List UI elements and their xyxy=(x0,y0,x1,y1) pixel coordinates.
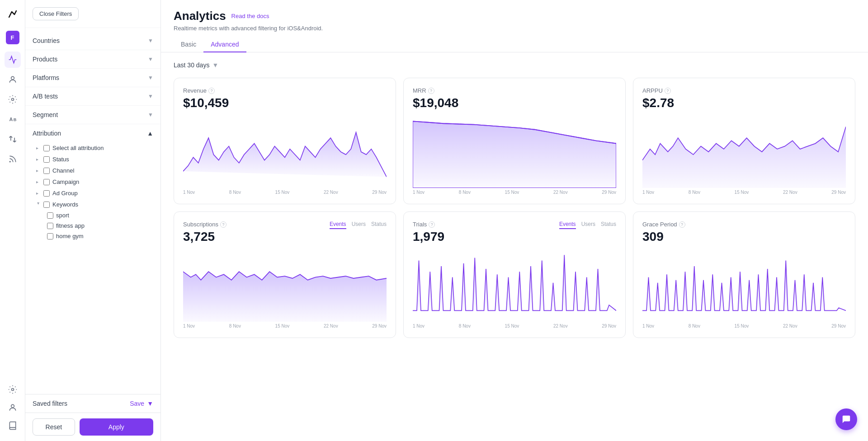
metric-label-grace-period: Grace Period ? xyxy=(642,221,846,228)
attr-label-channel: Channel xyxy=(52,167,74,174)
select-all-label: Select all attribution xyxy=(52,145,104,151)
nav-profile[interactable] xyxy=(5,399,21,416)
keyword-fitness-app[interactable]: fitness app xyxy=(43,220,157,231)
attr-item-status[interactable]: ▸ Status xyxy=(33,154,157,165)
main-header: Analytics Read the docs Realtime metrics… xyxy=(161,0,868,52)
content-area: Last 30 days ▼ Revenue ? $10,459 xyxy=(161,52,868,441)
info-icon[interactable]: ? xyxy=(679,221,685,228)
filter-row-platforms[interactable]: Platforms ▼ xyxy=(25,69,160,87)
home-gym-checkbox[interactable] xyxy=(47,233,53,239)
filter-sidebar: Close Filters Countries ▼ Products ▼ Pla… xyxy=(25,0,161,441)
attr-item-campaign[interactable]: ▸ Campaign xyxy=(33,176,157,188)
filter-label-platforms: Platforms xyxy=(33,74,59,81)
nav-transfer[interactable] xyxy=(5,131,21,147)
chevron-down-icon: ▼ xyxy=(148,93,153,99)
filter-section-attribution: Attribution ▲ ▸ Select all attribution ▸… xyxy=(25,124,160,245)
tab-users-trials[interactable]: Users xyxy=(581,221,595,229)
trials-metric-tabs: Events Users Status xyxy=(559,221,616,229)
date-filter-button[interactable]: Last 30 days ▼ xyxy=(174,61,855,69)
fitness-app-checkbox[interactable] xyxy=(47,223,53,229)
chart-x-labels-arppu: 1 Nov 8 Nov 15 Nov 22 Nov 29 Nov xyxy=(642,190,846,195)
metric-card-grace-period: Grace Period ? 309 xyxy=(633,211,855,338)
filter-row-attribution[interactable]: Attribution ▲ xyxy=(25,124,160,142)
sidebar-footer: Reset Apply xyxy=(25,413,160,441)
nav-settings-cog[interactable] xyxy=(5,91,21,108)
chevron-down-icon: ▼ xyxy=(148,75,153,81)
attr-label-campaign: Campaign xyxy=(52,178,79,185)
metric-value-subscriptions: 3,725 xyxy=(183,230,226,244)
info-icon[interactable]: ? xyxy=(428,88,434,94)
save-dropdown[interactable]: Save ▼ xyxy=(130,400,153,407)
expand-arrow-icon: ▸ xyxy=(36,179,41,184)
avatar[interactable]: F xyxy=(6,31,19,44)
save-chevron-icon: ▼ xyxy=(147,400,153,407)
keyword-home-gym-label: home gym xyxy=(56,233,84,239)
filter-row-products[interactable]: Products ▼ xyxy=(25,50,160,68)
svg-point-5 xyxy=(9,161,10,162)
status-checkbox[interactable] xyxy=(43,156,50,163)
svg-text:A: A xyxy=(9,117,13,122)
tab-status-trials[interactable]: Status xyxy=(601,221,616,229)
attr-label-keywords: Keywords xyxy=(52,201,78,208)
chart-revenue xyxy=(183,116,387,188)
tab-advanced[interactable]: Advanced xyxy=(203,37,246,52)
info-icon[interactable]: ? xyxy=(220,221,226,228)
filter-row-segment[interactable]: Segment ▼ xyxy=(25,106,160,124)
select-all-checkbox[interactable] xyxy=(43,145,50,151)
page-subtitle: Realtime metrics with advanced filtering… xyxy=(174,25,855,32)
campaign-checkbox[interactable] xyxy=(43,179,50,185)
channel-checkbox[interactable] xyxy=(43,168,50,174)
filter-row-countries[interactable]: Countries ▼ xyxy=(25,32,160,50)
tab-events-trials[interactable]: Events xyxy=(559,221,576,229)
metric-value-trials: 1,979 xyxy=(413,230,444,244)
adgroup-checkbox[interactable] xyxy=(43,190,50,197)
keyword-sport[interactable]: sport xyxy=(43,210,157,220)
chevron-down-icon: ▼ xyxy=(148,56,153,62)
attr-item-adgroup[interactable]: ▸ Ad Group xyxy=(33,188,157,199)
metric-label-subscriptions: Subscriptions ? xyxy=(183,221,226,228)
filter-row-abtests[interactable]: A/B tests ▼ xyxy=(25,87,160,105)
keyword-sport-label: sport xyxy=(56,212,69,219)
tab-users-subscriptions[interactable]: Users xyxy=(352,221,366,229)
svg-point-6 xyxy=(11,389,14,391)
logo[interactable] xyxy=(5,7,20,22)
page-title: Analytics xyxy=(174,9,226,23)
chat-bubble-button[interactable] xyxy=(835,408,857,430)
filter-section-products: Products ▼ xyxy=(25,50,160,69)
filter-section-segment: Segment ▼ xyxy=(25,106,160,124)
close-filters-button[interactable]: Close Filters xyxy=(33,7,79,20)
tab-status-subscriptions[interactable]: Status xyxy=(371,221,387,229)
attr-item-channel[interactable]: ▸ Channel xyxy=(33,165,157,176)
attr-item-keywords[interactable]: ▸ Keywords xyxy=(33,199,157,210)
nav-ab-test[interactable]: A B xyxy=(5,111,21,127)
info-icon[interactable]: ? xyxy=(665,88,671,94)
nav-book[interactable] xyxy=(5,418,21,434)
read-docs-link[interactable]: Read the docs xyxy=(231,13,269,19)
tab-basic[interactable]: Basic xyxy=(174,37,203,52)
sport-checkbox[interactable] xyxy=(47,212,53,219)
info-icon[interactable]: ? xyxy=(429,221,435,228)
chart-subscriptions xyxy=(183,249,387,322)
main-content: Analytics Read the docs Realtime metrics… xyxy=(161,0,868,441)
nav-rss[interactable] xyxy=(5,151,21,167)
chevron-up-icon: ▲ xyxy=(147,130,153,137)
info-icon[interactable]: ? xyxy=(208,88,215,94)
tab-events-subscriptions[interactable]: Events xyxy=(330,221,346,229)
reset-button[interactable]: Reset xyxy=(33,418,75,436)
apply-button[interactable]: Apply xyxy=(80,418,153,436)
nav-analytics[interactable] xyxy=(5,52,21,68)
attr-select-all[interactable]: ▸ Select all attribution xyxy=(33,142,157,154)
nav-users[interactable] xyxy=(5,71,21,88)
chart-x-labels-mrr: 1 Nov 8 Nov 15 Nov 22 Nov 29 Nov xyxy=(413,190,616,195)
main-tabs: Basic Advanced xyxy=(174,37,855,52)
expand-arrow-icon: ▸ xyxy=(36,168,41,173)
chart-x-labels-subscriptions: 1 Nov 8 Nov 15 Nov 22 Nov 29 Nov xyxy=(183,324,387,328)
keywords-sub-list: sport fitness app home gym xyxy=(33,210,157,241)
keyword-home-gym[interactable]: home gym xyxy=(43,231,157,241)
chart-mrr xyxy=(413,116,616,188)
expand-arrow-icon: ▸ xyxy=(36,157,41,162)
nav-preferences[interactable] xyxy=(5,381,21,398)
keywords-checkbox[interactable] xyxy=(43,202,50,208)
svg-point-1 xyxy=(11,76,14,80)
left-navigation: F A B xyxy=(0,0,25,441)
